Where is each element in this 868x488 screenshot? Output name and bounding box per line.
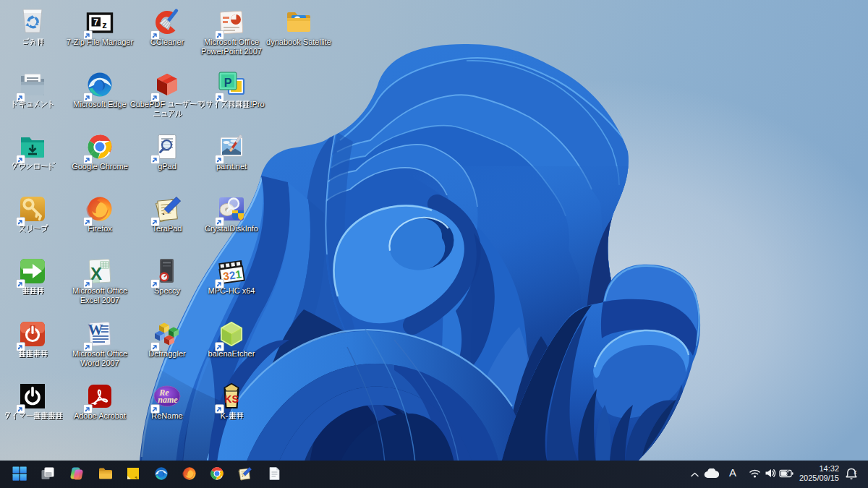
svg-text:z: z <box>102 20 107 30</box>
svg-text:name: name <box>158 395 178 405</box>
svg-text:P: P <box>224 77 232 89</box>
svg-text:7: 7 <box>93 17 98 27</box>
svg-text:z: z <box>854 468 856 475</box>
svg-text:KS: KS <box>224 393 238 405</box>
svg-text:W: W <box>88 321 103 338</box>
